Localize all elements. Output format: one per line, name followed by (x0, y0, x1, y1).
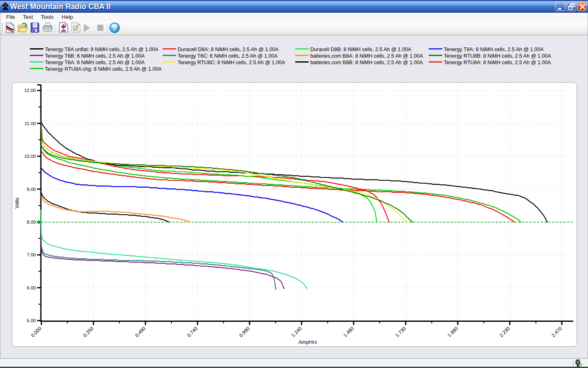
svg-text:1.730: 1.730 (394, 325, 407, 338)
svg-text:AmpHrs: AmpHrs (298, 339, 317, 345)
svg-text:2.230: 2.230 (498, 325, 511, 338)
svg-text:8.00: 8.00 (27, 220, 36, 224)
svg-text:Volts: Volts (14, 197, 20, 209)
svg-text:0.250: 0.250 (82, 325, 95, 338)
svg-text:0.990: 0.990 (238, 325, 251, 338)
svg-text:5.00: 5.00 (27, 318, 36, 323)
svg-text:1.980: 1.980 (446, 325, 459, 338)
svg-text:0.490: 0.490 (134, 325, 147, 338)
svg-text:1.480: 1.480 (342, 325, 355, 338)
svg-text:10.00: 10.00 (24, 154, 36, 159)
svg-text:9.00: 9.00 (27, 187, 36, 192)
svg-text:11.00: 11.00 (24, 121, 36, 126)
svg-text:7.00: 7.00 (27, 252, 36, 257)
svg-text:12.00: 12.00 (24, 88, 36, 93)
svg-text:0.000: 0.000 (30, 325, 42, 338)
svg-text:2.470: 2.470 (550, 325, 563, 338)
svg-text:0.740: 0.740 (186, 325, 199, 338)
svg-text:6.00: 6.00 (27, 285, 36, 290)
svg-text:1.240: 1.240 (290, 325, 303, 338)
